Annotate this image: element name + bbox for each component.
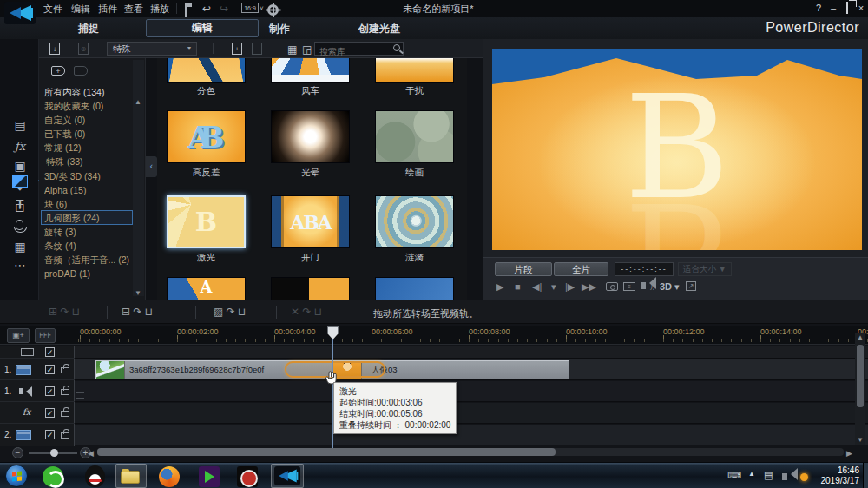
category-scrollbar[interactable]: ▲ ▼: [133, 60, 144, 296]
video-track-1[interactable]: 3a68ff27363e1b289f69628c7b7f0e0f 人像03: [75, 359, 868, 380]
track-lock-icon[interactable]: [61, 432, 69, 439]
timeline-ruler[interactable]: ▣+ ⊦⊦⊦ 00:00:00:00 00:00:02:00 00:00:04:…: [0, 326, 868, 345]
add-tag-icon[interactable]: +: [51, 66, 65, 76]
enable-all-checkbox[interactable]: ✓: [45, 347, 55, 357]
category-dropdown[interactable]: ▾特殊: [107, 42, 197, 56]
track-lock-icon[interactable]: [61, 411, 69, 417]
aspect-ratio-dropdown[interactable]: 16:9: [241, 3, 259, 13]
volume-speaker-icon[interactable]: [641, 282, 646, 289]
category-geometry[interactable]: 几何图形 (24): [44, 213, 141, 225]
zoom-out-button[interactable]: −: [12, 447, 23, 458]
search-input[interactable]: [315, 46, 388, 58]
track-enable-checkbox[interactable]: ✓: [45, 365, 55, 374]
scrollbar-thumb[interactable]: [97, 448, 556, 456]
copy-icon[interactable]: [252, 43, 262, 55]
tab-create-disc[interactable]: 创建光盘: [358, 22, 400, 36]
effects-room-icon[interactable]: ƒx: [10, 139, 30, 154]
menu-play[interactable]: 播放: [150, 3, 169, 16]
category-stripe[interactable]: 条纹 (4): [44, 241, 141, 253]
scroll-up-icon[interactable]: ▲: [135, 98, 141, 106]
transition-thumb-partial[interactable]: A: [167, 277, 246, 300]
powerdirector-taskbar-button-active[interactable]: [271, 464, 304, 488]
category-downloaded[interactable]: 已下载 (0): [44, 129, 141, 141]
redo-icon[interactable]: ↪: [220, 3, 228, 15]
aspect-ratio-caret-icon[interactable]: ˅: [260, 3, 264, 15]
pip-objects-icon[interactable]: ▣: [10, 159, 30, 174]
close-button[interactable]: ×: [855, 2, 867, 14]
menu-plugins[interactable]: 插件: [98, 3, 117, 16]
track-enable-checkbox[interactable]: ✓: [45, 386, 55, 396]
menu-view[interactable]: 查看: [124, 3, 143, 16]
step-icon[interactable]: ▾: [551, 280, 556, 293]
audio-track-1[interactable]: [75, 381, 868, 402]
browser-360-icon[interactable]: [42, 465, 64, 488]
minimize-button[interactable]: –: [827, 2, 839, 14]
scroll-left-icon[interactable]: ◀: [88, 449, 94, 458]
effect-track[interactable]: [75, 403, 868, 424]
media-player-icon[interactable]: [198, 465, 220, 488]
tab-produce[interactable]: 制作: [269, 22, 290, 36]
preview-quality-icon[interactable]: ≡: [623, 282, 635, 291]
vertical-scrollbar[interactable]: ▲ ▼: [855, 333, 865, 445]
settings-gear-icon[interactable]: [267, 4, 279, 16]
new-folder-icon[interactable]: +: [232, 43, 242, 55]
transition-room-icon[interactable]: [12, 175, 28, 188]
action-center-icon[interactable]: ▤: [764, 470, 773, 481]
category-block[interactable]: 块 (6): [44, 199, 141, 211]
category-general[interactable]: 常规 (12): [44, 142, 141, 155]
undock-preview-icon[interactable]: ↗: [686, 281, 696, 291]
transition-thumb-guangyun[interactable]: [271, 110, 350, 163]
category-prodad[interactable]: proDAD (1): [44, 268, 141, 279]
timecode-field[interactable]: --:--:--:--: [615, 262, 674, 276]
snapshot-camera-icon[interactable]: [606, 282, 618, 291]
subtitle-room-icon[interactable]: ⋯: [10, 258, 30, 273]
zoom-slider-knob[interactable]: [50, 449, 58, 457]
3d-mode-dropdown[interactable]: 3D ▾: [660, 280, 680, 293]
previous-frame-icon[interactable]: ◀|: [532, 280, 542, 293]
category-all[interactable]: 所有内容 (134): [44, 87, 141, 99]
menu-edit[interactable]: 编辑: [71, 3, 90, 16]
transition-thumb-fenge[interactable]: [167, 58, 246, 83]
category-rotate[interactable]: 旋转 (3): [44, 227, 141, 239]
download-template-icon[interactable]: ⊕: [78, 43, 89, 55]
clip-mode-button[interactable]: 片段: [495, 262, 552, 276]
menu-file[interactable]: 文件: [43, 3, 62, 16]
next-frame-icon[interactable]: |▶: [565, 280, 575, 293]
media-room-icon[interactable]: ▤: [10, 118, 30, 133]
movie-mode-button[interactable]: 全片: [554, 262, 608, 276]
transition-thumb-lianyi[interactable]: [375, 195, 454, 248]
fit-size-dropdown[interactable]: 适合大小 ▼: [678, 262, 732, 276]
tab-edit[interactable]: 编辑: [146, 19, 259, 37]
tray-expand-icon[interactable]: ▲: [748, 470, 755, 478]
transition-thumb-kaimen[interactable]: ABA: [271, 195, 350, 248]
track-lock-icon[interactable]: [61, 389, 69, 395]
remove-tag-icon[interactable]: [74, 66, 88, 76]
scroll-right-icon[interactable]: ▶: [846, 449, 852, 458]
range-select-icon[interactable]: [21, 348, 34, 356]
category-special[interactable]: 特殊 (33): [46, 156, 143, 168]
undo-icon[interactable]: ↩: [202, 3, 211, 15]
category-3d[interactable]: 3D/类 3D (34): [44, 171, 141, 183]
apply-random-icon[interactable]: ▨ ↷ ⊔: [214, 306, 246, 318]
apply-transition-icon-disabled[interactable]: ⊞ ↷ ⊔: [49, 306, 80, 318]
transition-thumb-fengche[interactable]: [271, 58, 350, 83]
video-track-2[interactable]: [75, 425, 868, 445]
keyboard-tray-icon[interactable]: ⌨: [727, 470, 741, 481]
mixing-room-icon[interactable]: ⊡: [10, 201, 30, 215]
preview-video[interactable]: B B: [492, 49, 862, 250]
chapter-room-icon[interactable]: ▦: [10, 240, 30, 254]
track-manager-button[interactable]: ▣+: [7, 328, 30, 343]
fast-forward-icon[interactable]: ▶▶: [582, 280, 596, 293]
apply-to-track-icon[interactable]: ⊟ ↷ ⊔: [122, 306, 153, 318]
transition-thumb-partial[interactable]: [375, 277, 454, 300]
stop-icon[interactable]: ■: [515, 280, 521, 293]
scroll-down-icon[interactable]: ▼: [135, 289, 141, 297]
search-icon[interactable]: [393, 44, 400, 51]
transition-thumb-partial[interactable]: [271, 277, 350, 300]
start-button[interactable]: [5, 465, 28, 487]
help-button[interactable]: ?: [812, 2, 825, 14]
screen-recorder-icon[interactable]: [236, 465, 259, 488]
collapse-panel-button[interactable]: ‹: [146, 156, 157, 177]
category-custom[interactable]: 自定义 (0): [44, 115, 141, 127]
import-media-icon[interactable]: ↓: [49, 43, 60, 55]
